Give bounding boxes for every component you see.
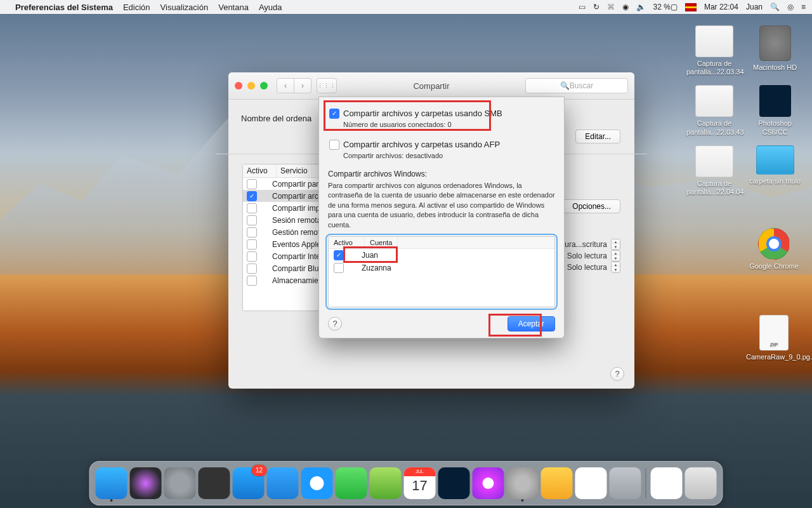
input-source-flag-icon[interactable] [685,3,697,11]
zoom-icon[interactable] [260,82,268,90]
desktop-icon[interactable]: carpeta sin título [747,145,803,185]
service-checkbox[interactable] [247,251,257,262]
account-row[interactable]: Zuzanna [329,262,554,274]
wifi-icon[interactable]: ◉ [622,3,629,11]
dock-calendar-icon[interactable]: JUL17 [404,467,436,499]
menubar-app-name[interactable]: Preferencias del Sistema [15,3,113,12]
dock: 12 JUL17 [89,461,723,505]
help-button[interactable]: ? [610,367,624,381]
dock-missioncontrol-icon[interactable] [199,467,230,499]
account-name: Juan [359,251,378,260]
service-checkbox[interactable] [247,203,257,213]
dock-preferences-icon[interactable] [507,467,539,499]
battery-status[interactable]: 32 % ▢ [653,3,678,11]
badge-count: 12 [252,465,267,476]
service-checkbox[interactable] [247,191,257,201]
menu-edicion[interactable]: Edición [123,3,150,12]
dock-trash-icon[interactable] [685,467,717,499]
accept-button[interactable]: Aceptar [508,316,555,331]
smb-sub: Número de usuarios conectados: 0 [343,121,551,128]
dock-finder-icon[interactable] [96,467,128,499]
account-row[interactable]: Juan [329,249,554,262]
service-checkbox[interactable] [247,227,257,237]
volume-icon[interactable]: 🔈 [636,3,646,11]
col-active: Activo [243,164,277,177]
edit-button[interactable]: Editar... [575,130,620,144]
forward-button[interactable]: › [294,78,311,93]
notification-center-icon[interactable]: ≡ [801,3,806,11]
menu-visualizacion[interactable]: Visualización [160,3,209,12]
dock-launchpad-icon[interactable] [164,467,196,499]
account-checkbox[interactable] [334,263,344,273]
dock-safari-icon[interactable] [301,467,333,499]
dock-photoshop-icon[interactable] [438,467,470,499]
col-active: Activo [329,237,365,248]
desktop-icon[interactable]: Captura de pantalla...22.03.43 [686,85,742,136]
search-input[interactable]: 🔍 Buscar [525,78,628,93]
smb-checkbox[interactable] [329,109,339,119]
options-button[interactable]: Opciones... [563,199,620,213]
dock-appstore-icon[interactable]: 12 [233,467,265,499]
timemachine-icon[interactable]: ↻ [593,3,599,11]
desktop-icon[interactable]: Photoshop CS6/CC [747,85,803,136]
menubar-user[interactable]: Juan [746,3,763,11]
dock-maps-icon[interactable] [370,467,402,499]
dock-itunes-icon[interactable] [473,467,504,499]
dock-mail-icon[interactable] [267,467,299,499]
service-checkbox[interactable] [247,215,257,225]
desktop-icon[interactable]: Captura de pantalla...22.04.04 [686,145,742,196]
close-icon[interactable] [235,82,242,90]
screen-mirror-icon[interactable]: ▭ [579,3,586,11]
titlebar: ‹ › ⋮⋮⋮ Compartir 🔍 Buscar [228,72,634,100]
menubar-datetime[interactable]: Mar 22:04 [704,3,738,11]
siri-icon[interactable]: ◎ [787,3,794,11]
afp-label: Compartir archivos y carpetas usando AFP [343,140,500,149]
col-service: Servicio [277,164,312,177]
afp-checkbox[interactable] [329,140,339,150]
options-sheet: Compartir archivos y carpetas usando SMB… [318,97,565,338]
menu-ayuda[interactable]: Ayuda [259,3,282,12]
show-all-button[interactable]: ⋮⋮⋮ [317,78,337,93]
minimize-icon[interactable] [247,82,255,90]
service-checkbox[interactable] [247,179,257,189]
windows-sharing-desc: Para compartir archivos con algunos orde… [328,181,555,230]
smb-label: Compartir archivos y carpetas usando SMB [343,109,502,118]
dock-document-icon[interactable] [651,467,683,499]
dock-siri-icon[interactable] [130,467,162,499]
dock-preview-icon[interactable] [541,467,573,499]
desktop-icon[interactable]: Google Chrome [746,228,802,271]
service-checkbox[interactable] [247,264,257,274]
desktop-icon[interactable]: Captura de pantalla...22.03.34 [686,25,742,76]
menu-ventana[interactable]: Ventana [218,3,249,12]
afp-sub: Compartir archivos: desactivado [343,152,551,159]
dock-at-icon[interactable] [610,467,641,499]
bluetooth-icon[interactable]: ⌘ [607,3,615,11]
windows-sharing-title: Compartir archivos Windows: [328,170,555,178]
desktop-icon[interactable]: CameraRaw_9_0.pg.zip [746,315,802,361]
dock-separator [646,468,646,498]
account-checkbox[interactable] [334,250,344,260]
desktop-icons: Captura de pantalla...22.03.34 Macintosh… [685,23,806,368]
service-checkbox[interactable] [247,276,257,286]
col-account: Cuenta [365,237,398,248]
help-button[interactable]: ? [328,317,342,331]
account-name: Zuzanna [359,264,391,272]
accounts-table: Activo Cuenta Juan Zuzanna [328,236,555,307]
dock-messages-icon[interactable] [336,467,367,499]
spotlight-icon[interactable]: 🔍 [770,3,780,11]
desktop-icon[interactable]: Macintosh HD [747,25,803,72]
service-checkbox[interactable] [247,239,257,250]
dock-photos-icon[interactable] [575,467,607,499]
menubar: Preferencias del Sistema Edición Visuali… [0,0,812,14]
computer-name-label: Nombre del ordena [241,114,311,123]
back-button[interactable]: ‹ [277,78,294,93]
